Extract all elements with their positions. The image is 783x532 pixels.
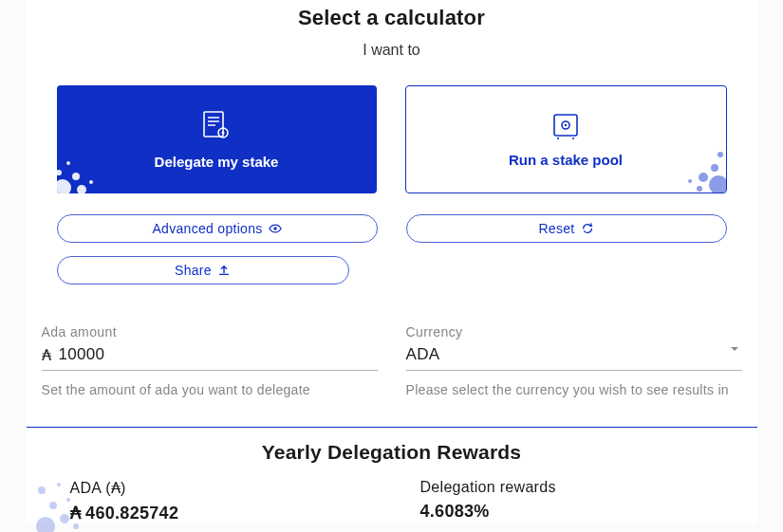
svg-point-14	[565, 123, 567, 125]
svg-point-22	[688, 179, 692, 183]
currency-value: ADA	[406, 345, 742, 364]
delegate-stake-card[interactable]: Delegate my stake	[57, 85, 377, 193]
ada-amount-input[interactable]	[59, 345, 378, 364]
decoration-dots-icon	[32, 473, 85, 532]
svg-point-18	[699, 173, 708, 182]
certificate-icon	[202, 110, 231, 142]
decoration-dots-icon	[673, 139, 727, 193]
svg-point-10	[66, 161, 70, 165]
decoration-dots-icon	[57, 150, 110, 193]
delegate-stake-label: Delegate my stake	[155, 154, 279, 170]
ada-reward-label: ADA (₳)	[70, 479, 392, 497]
svg-point-6	[57, 179, 71, 193]
ada-amount-help: Set the amount of ada you want to delega…	[42, 380, 378, 400]
svg-point-8	[77, 185, 86, 193]
refresh-icon	[581, 222, 594, 235]
svg-point-19	[711, 164, 718, 172]
svg-point-23	[273, 227, 277, 230]
reset-label: Reset	[538, 221, 574, 236]
svg-point-17	[709, 175, 727, 193]
svg-rect-0	[204, 112, 223, 137]
svg-point-26	[49, 502, 57, 509]
ada-amount-label: Ada amount	[42, 324, 378, 339]
svg-point-7	[72, 173, 80, 180]
pct-reward-value: 4.6083%	[420, 502, 742, 522]
share-label: Share	[175, 263, 212, 278]
ada-symbol-icon: ₳	[42, 346, 51, 364]
svg-point-30	[73, 523, 79, 529]
currency-label: Currency	[406, 324, 742, 339]
svg-point-27	[38, 486, 46, 494]
page-title: Select a calculator	[42, 0, 742, 30]
currency-help: Please select the currency you wish to s…	[406, 380, 742, 400]
svg-point-25	[60, 514, 69, 523]
ada-reward-value: ₳ 460.825742	[70, 503, 392, 523]
pct-reward-label: Delegation rewards	[420, 479, 742, 496]
reset-button[interactable]: Reset	[406, 214, 727, 243]
section-divider	[27, 427, 757, 428]
svg-point-21	[697, 186, 702, 192]
run-pool-card[interactable]: Run a stake pool	[405, 85, 727, 193]
page-subtitle: I want to	[42, 42, 742, 59]
advanced-options-label: Advanced options	[152, 221, 262, 236]
upload-icon	[217, 264, 231, 277]
results-title: Yearly Delegation Rewards	[42, 441, 742, 464]
svg-point-24	[36, 517, 55, 532]
currency-select[interactable]: ADA	[406, 341, 742, 371]
share-button[interactable]: Share	[57, 256, 349, 284]
chevron-down-icon	[731, 347, 738, 351]
svg-point-11	[89, 180, 93, 184]
run-pool-label: Run a stake pool	[509, 152, 623, 168]
svg-point-28	[66, 498, 70, 502]
safe-icon	[551, 112, 580, 140]
eye-icon	[269, 222, 282, 235]
svg-point-5	[222, 131, 225, 134]
svg-point-29	[57, 483, 61, 486]
advanced-options-button[interactable]: Advanced options	[57, 214, 378, 243]
svg-point-9	[57, 170, 62, 175]
svg-point-20	[718, 152, 723, 157]
